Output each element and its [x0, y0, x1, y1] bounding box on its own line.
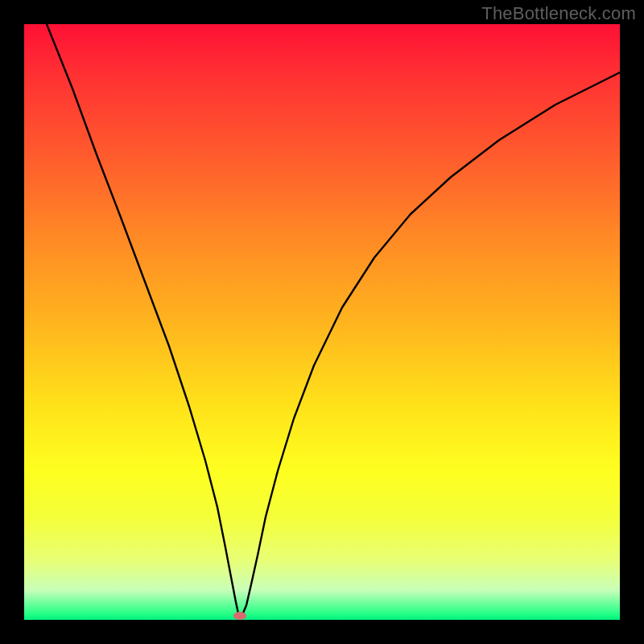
plot-area: [24, 24, 620, 620]
watermark-label: TheBottleneck.com: [481, 3, 636, 24]
bottleneck-curve: [47, 24, 620, 617]
curve-minimum-marker: [233, 612, 246, 620]
curve-layer: [24, 24, 620, 620]
chart-frame: TheBottleneck.com: [0, 0, 644, 644]
